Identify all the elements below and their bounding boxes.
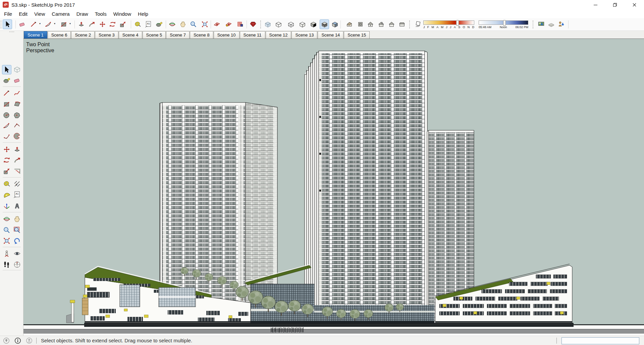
scene-tab-scene-8[interactable]: Scene 8 — [190, 31, 213, 39]
shadow-time-slider[interactable]: 05:48 AMNoon06:02 PM — [479, 20, 528, 29]
right-view-button[interactable] — [376, 19, 386, 29]
toolbar-grip[interactable] — [1, 20, 2, 28]
shaded-textures-button[interactable] — [320, 19, 329, 29]
push-pull-button[interactable] — [76, 19, 86, 29]
freehand-tool[interactable] — [12, 88, 22, 98]
scene-tab-scene-12[interactable]: Scene 12 — [266, 31, 291, 39]
arc-button[interactable] — [44, 19, 53, 29]
shadows-toggle-button[interactable] — [413, 19, 423, 29]
menu-tools[interactable]: Tools — [92, 10, 111, 17]
eraser-tool[interactable] — [12, 76, 22, 85]
scene-tab-scene-15[interactable]: Scene 15 — [344, 31, 370, 39]
offset-tool[interactable] — [12, 166, 22, 176]
close-button[interactable] — [625, 0, 644, 10]
menu-window[interactable]: Window — [111, 10, 135, 17]
model-viewport[interactable]: Two Point Perspective — [23, 39, 644, 336]
zoom-extents-tool[interactable] — [2, 236, 11, 246]
dimension-tool[interactable]: 5 — [12, 179, 22, 189]
orbit-button[interactable] — [167, 19, 177, 29]
zoom-window-tool[interactable] — [12, 225, 22, 235]
circle-tool[interactable] — [2, 111, 11, 120]
back-view-button[interactable] — [387, 19, 396, 29]
select-button[interactable] — [3, 19, 12, 29]
restore-button[interactable] — [605, 0, 625, 10]
front-view-button[interactable] — [366, 19, 375, 29]
section-cut-button[interactable] — [212, 19, 221, 29]
three-point-arc-tool[interactable] — [2, 132, 11, 141]
scene-tab-scene-11[interactable]: Scene 11 — [240, 31, 265, 39]
minimize-button[interactable] — [586, 0, 605, 10]
rectangle-button[interactable] — [59, 19, 68, 29]
section-plane-tool[interactable]: N — [12, 260, 22, 269]
previous-tool[interactable] — [12, 236, 22, 246]
zoom-tool[interactable] — [2, 225, 11, 235]
zoom-extents-button[interactable] — [200, 19, 209, 29]
menu-draw[interactable]: Draw — [74, 10, 92, 17]
dropdown-arrow-icon[interactable]: ▾ — [68, 22, 72, 27]
model-scene[interactable] — [23, 39, 644, 336]
rotated-rectangle-tool[interactable] — [12, 99, 22, 109]
share-component-button[interactable] — [556, 19, 566, 29]
menu-file[interactable]: File — [1, 10, 16, 17]
3d-text-tool[interactable] — [12, 201, 22, 211]
paint-bucket-button[interactable] — [154, 19, 164, 29]
zoom-button[interactable] — [189, 19, 198, 29]
position-camera-tool[interactable] — [2, 249, 11, 258]
toolbar-grip[interactable] — [533, 20, 534, 28]
xray-button[interactable] — [263, 19, 272, 29]
pan-tool[interactable] — [12, 214, 22, 224]
text-tool[interactable]: A1 — [12, 190, 22, 199]
toolbar-grip[interactable] — [409, 20, 411, 28]
protractor-tool[interactable] — [2, 190, 11, 199]
scale-tool[interactable] — [2, 166, 11, 176]
geolocation-button[interactable] — [3, 337, 10, 344]
scene-tab-scene-5[interactable]: Scene 5 — [143, 31, 166, 39]
wireframe-button[interactable] — [286, 19, 296, 29]
arc-tool[interactable] — [2, 121, 11, 130]
eraser-button[interactable] — [17, 19, 27, 29]
line-tool[interactable] — [2, 88, 11, 98]
scene-tab-scene-6[interactable]: Scene 6 — [48, 31, 71, 39]
axes-tool[interactable] — [2, 201, 11, 211]
orbit-tool[interactable] — [2, 214, 11, 224]
top-view-button[interactable] — [356, 19, 365, 29]
two-point-arc-tool[interactable] — [12, 121, 22, 130]
shadow-time-slider-handle[interactable] — [503, 20, 506, 26]
section-display-button[interactable] — [224, 19, 233, 29]
pie-tool[interactable] — [12, 132, 22, 141]
share-model-button[interactable] — [546, 19, 556, 29]
tape-measure-button[interactable] — [133, 19, 142, 29]
menu-view[interactable]: View — [32, 10, 49, 17]
palette-grip[interactable] — [9, 31, 14, 33]
scene-tab-scene-2[interactable]: Scene 2 — [71, 31, 95, 39]
scene-tab-scene-1[interactable]: Scene 1 — [24, 31, 47, 39]
left-view-button[interactable] — [397, 19, 407, 29]
measurements-box[interactable] — [561, 337, 639, 344]
select-tool[interactable] — [2, 65, 11, 74]
shadow-date-slider-handle[interactable] — [456, 20, 459, 26]
push-pull-tool[interactable] — [12, 145, 22, 154]
menu-edit[interactable]: Edit — [16, 10, 32, 17]
section-fill-button[interactable] — [235, 19, 245, 29]
scene-tab-scene-14[interactable]: Scene 14 — [318, 31, 343, 39]
scene-tab-scene-10[interactable]: Scene 10 — [214, 31, 239, 39]
paint-bucket-tool[interactable] — [2, 76, 11, 85]
get-models-button[interactable] — [536, 19, 546, 29]
monochrome-button[interactable] — [330, 19, 339, 29]
make-component-tool[interactable] — [12, 65, 22, 74]
text-button[interactable]: A1 — [144, 19, 153, 29]
user-button[interactable] — [25, 337, 33, 344]
tape-measure-tool[interactable] — [2, 179, 11, 189]
rotate-tool[interactable] — [2, 155, 11, 165]
look-around-tool[interactable] — [12, 249, 22, 258]
info-button[interactable] — [14, 337, 21, 344]
ruby-console-button[interactable] — [248, 19, 258, 29]
walk-tool[interactable] — [2, 260, 11, 269]
scene-tab-scene-7[interactable]: Scene 7 — [166, 31, 190, 39]
scene-tab-scene-4[interactable]: Scene 4 — [119, 31, 142, 39]
scale-button[interactable] — [118, 19, 127, 29]
rotate-button[interactable] — [108, 19, 117, 29]
move-tool[interactable] — [2, 145, 11, 154]
dropdown-arrow-icon[interactable]: ▾ — [53, 22, 56, 27]
shaded-button[interactable] — [309, 19, 318, 29]
